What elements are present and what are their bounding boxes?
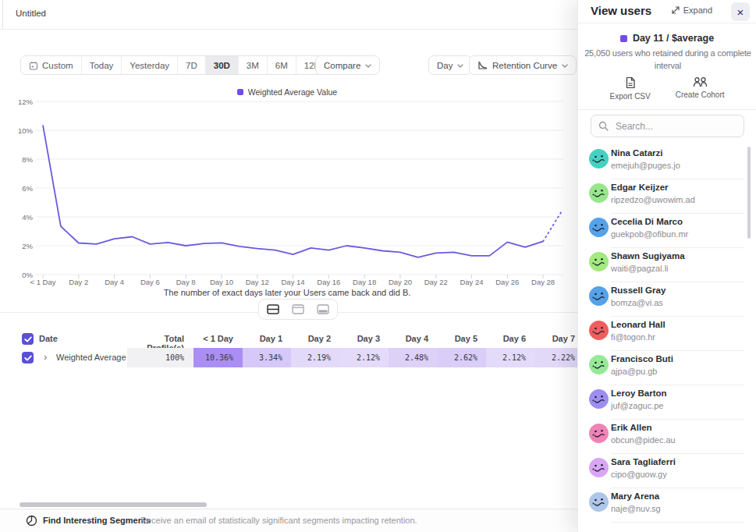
chevron-down-icon	[365, 64, 371, 68]
range-today[interactable]: Today	[81, 56, 122, 74]
range-7d[interactable]: 7D	[177, 56, 205, 74]
range-yesterday[interactable]: Yesterday	[121, 56, 177, 74]
avatar-face-icon	[589, 149, 609, 168]
divider	[611, 522, 744, 523]
avatar	[589, 252, 609, 271]
retention-line[interactable]	[43, 125, 543, 257]
panel-title: View users	[591, 4, 651, 17]
chart-type-button[interactable]: Retention Curve	[469, 55, 577, 75]
avatar	[589, 355, 609, 374]
layout-split-icon	[267, 304, 279, 314]
user-list-item[interactable]: Erik Allenobcun@pidec.au	[578, 420, 756, 454]
y-axis-tick: 2%	[9, 242, 33, 250]
user-email: obcun@pidec.au	[611, 435, 676, 445]
y-axis-tick: 8%	[9, 155, 33, 164]
row-checkbox[interactable]	[22, 352, 34, 364]
select-all-checkbox[interactable]	[22, 333, 34, 345]
retention-cell[interactable]: 2.12%	[340, 348, 389, 367]
column-header[interactable]: Day 4	[389, 334, 438, 343]
sidebar-edge	[2, 0, 3, 30]
search-icon	[598, 121, 609, 131]
avatar-face-icon	[589, 252, 609, 271]
cohort-heading: Day 11 / $average	[578, 33, 756, 44]
people-icon	[693, 76, 708, 87]
x-axis-tick: Day 28	[520, 278, 566, 286]
user-name: Leroy Barton	[611, 388, 667, 398]
retention-cell[interactable]: 2.62%	[438, 348, 487, 367]
column-header[interactable]: Day 2	[291, 334, 340, 343]
avatar-face-icon	[589, 321, 609, 340]
user-email: cipo@guow.gy	[611, 470, 667, 479]
user-list-item[interactable]: Mary Arenanaje@nuv.sg	[578, 488, 756, 523]
row-expand-icon[interactable]: ›	[44, 351, 47, 363]
report-title[interactable]: Untitled	[16, 9, 46, 18]
range-30d[interactable]: 30D	[205, 56, 238, 74]
range-custom[interactable]: Custom	[21, 56, 81, 74]
user-list-item[interactable]: Edgar Keijzerripzedzo@uwowim.ad	[578, 179, 756, 214]
row-label: Weighted Average ...	[56, 353, 136, 362]
compare-button[interactable]: Compare	[315, 55, 380, 75]
layout-table-only-button[interactable]	[311, 301, 335, 317]
footer-description: Receive an email of statistically signif…	[140, 516, 417, 525]
retention-cell[interactable]: 3.34%	[243, 348, 292, 367]
avatar-face-icon	[589, 458, 609, 477]
user-list-item[interactable]: Francisco Butiajpa@pu.gb	[578, 351, 756, 385]
user-name: Nina Catarzi	[611, 148, 662, 158]
user-email: juf@zaguc.pe	[611, 401, 663, 410]
layout-chart-and-table-button[interactable]	[261, 301, 285, 317]
user-email: guekpob@ofibun.mr	[611, 229, 688, 239]
search-input[interactable]	[614, 120, 731, 133]
create-cohort-button[interactable]: Create Cohort	[676, 76, 725, 101]
retention-cell[interactable]: 2.12%	[486, 348, 535, 367]
layout-chart-only-button[interactable]	[286, 301, 310, 317]
column-header[interactable]: < 1 Day	[193, 334, 243, 343]
export-csv-button[interactable]: Export CSV	[609, 76, 650, 101]
avatar-face-icon	[589, 355, 609, 374]
check-icon	[24, 355, 32, 361]
user-list-item[interactable]: Cecelia Di Marcoguekpob@ofibun.mr	[578, 214, 756, 248]
user-list-item[interactable]: Leonard Hallfi@togon.hr	[578, 317, 756, 351]
user-list-item[interactable]: Sara Tagliaferricipo@guow.gy	[578, 454, 756, 488]
avatar-face-icon	[589, 492, 609, 512]
user-list-item[interactable]: Leroy Bartonjuf@zaguc.pe	[578, 385, 756, 420]
horizontal-scrollbar[interactable]	[20, 502, 207, 507]
user-email: fi@togon.hr	[611, 332, 655, 342]
chevron-down-icon	[457, 64, 463, 68]
range-6m[interactable]: 6M	[267, 56, 296, 74]
user-list-item[interactable]: Shawn Sugiyamawaiti@pagzal.li	[578, 248, 756, 282]
table-row[interactable]: › Weighted Average ... 100%10.36%3.34%2.…	[0, 348, 577, 367]
user-list-item[interactable]: Nina Catarziemejuh@puges.jo	[578, 145, 756, 179]
expand-button[interactable]: Expand	[672, 5, 712, 15]
total-cell[interactable]: 100%	[127, 348, 193, 367]
cohort-swatch	[620, 35, 627, 42]
retention-cell[interactable]: 2.19%	[291, 348, 340, 367]
chart-type-label: Retention Curve	[492, 61, 557, 70]
column-header[interactable]: Day 3	[340, 334, 389, 343]
retention-cell[interactable]: 2.48%	[389, 348, 438, 367]
avatar	[589, 492, 609, 512]
user-list-item[interactable]: Russell Graybomza@vi.as	[578, 282, 756, 317]
user-email: emejuh@puges.jo	[611, 161, 680, 170]
user-email: waiti@pagzal.li	[611, 264, 669, 273]
user-email: naje@nuv.sg	[611, 504, 661, 513]
retention-cell[interactable]: 10.36%	[193, 348, 243, 367]
granularity-label: Day	[437, 61, 453, 70]
chevron-down-icon	[562, 64, 568, 68]
column-header[interactable]: Day 6	[486, 334, 535, 343]
chart-caption: The number of exact days later your User…	[9, 288, 565, 297]
footer-title[interactable]: Find Interesting Segments	[43, 516, 151, 525]
column-header[interactable]: Day 1	[243, 334, 292, 343]
user-name: Edgar Keijzer	[611, 183, 669, 192]
column-header-date[interactable]: Date	[39, 334, 58, 343]
user-email: ajpa@pu.gb	[611, 367, 658, 376]
granularity-button[interactable]: Day	[428, 55, 472, 75]
column-header[interactable]: Day 5	[438, 334, 487, 343]
retention-curve-icon	[477, 60, 488, 70]
segments-icon	[26, 515, 37, 527]
range-3m[interactable]: 3M	[238, 56, 267, 74]
close-button[interactable]: ×	[731, 2, 750, 21]
user-name: Erik Allen	[611, 423, 652, 432]
report-header: Untitled	[0, 0, 577, 30]
report-canvas: Untitled CustomTodayYesterday7D30D3M6M12…	[0, 0, 577, 532]
avatar	[589, 218, 609, 237]
